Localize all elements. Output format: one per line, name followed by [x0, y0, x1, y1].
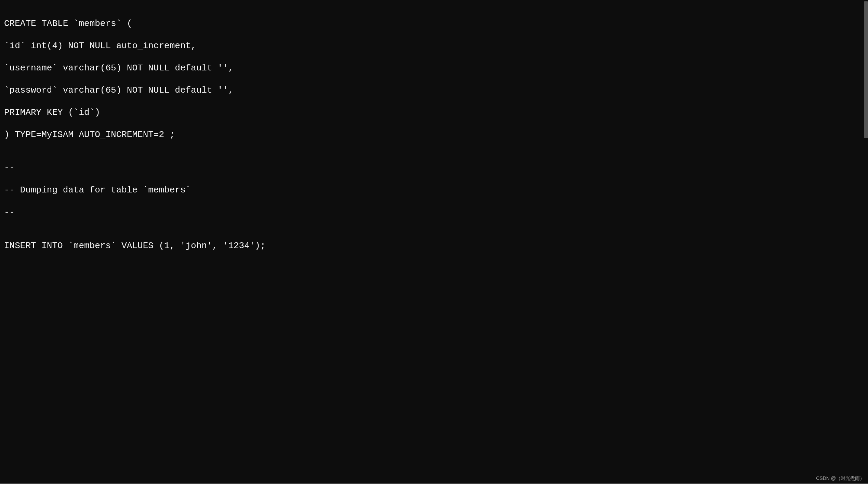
code-line: ) TYPE=MyISAM AUTO_INCREMENT=2 ; [4, 129, 868, 140]
scrollbar-thumb[interactable] [864, 1, 868, 138]
code-line: `username` varchar(65) NOT NULL default … [4, 63, 868, 74]
code-line: CREATE TABLE `members` ( [4, 18, 868, 29]
code-line: -- [4, 162, 868, 174]
code-line: `id` int(4) NOT NULL auto_increment, [4, 40, 868, 52]
watermark-text: CSDN @（时光煮雨） [816, 475, 865, 482]
code-line: PRIMARY KEY (`id`) [4, 107, 868, 118]
code-line: -- Dumping data for table `members` [4, 185, 868, 196]
sql-code-block: CREATE TABLE `members` ( `id` int(4) NOT… [4, 7, 868, 263]
code-line: INSERT INTO `members` VALUES (1, 'john',… [4, 240, 868, 252]
scrollbar-track[interactable] [863, 0, 868, 483]
code-line: -- [4, 207, 868, 218]
code-line: `password` varchar(65) NOT NULL default … [4, 85, 868, 96]
